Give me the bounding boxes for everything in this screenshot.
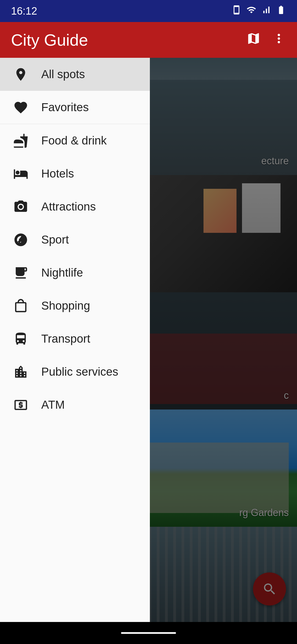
sport-icon [11, 230, 30, 249]
sidebar-item-sport[interactable]: Sport [0, 223, 150, 256]
sidebar-item-favorites-label: Favorites [41, 101, 89, 114]
sidebar-item-shopping[interactable]: Shopping [0, 289, 150, 322]
sidebar-item-nightlife[interactable]: Nightlife [0, 256, 150, 289]
food-icon [11, 131, 30, 150]
sidebar-item-hotels[interactable]: Hotels [0, 157, 150, 190]
camera-icon [11, 197, 30, 216]
wifi-icon [246, 5, 256, 17]
app-title: City Guide [11, 31, 246, 50]
nightlife-icon [11, 263, 30, 282]
sidebar-item-hotels-label: Hotels [41, 167, 74, 180]
shopping-icon [11, 296, 30, 315]
sidebar-item-attractions-label: Attractions [41, 200, 96, 213]
status-time: 16:12 [11, 5, 37, 17]
sidebar-item-food-drink[interactable]: Food & drink [0, 124, 150, 157]
sidebar-item-sport-label: Sport [41, 233, 69, 246]
public-icon [11, 362, 30, 381]
hotel-icon [11, 164, 30, 183]
sidebar-item-food-drink-label: Food & drink [41, 134, 107, 147]
heart-icon [11, 98, 30, 117]
atm-icon [11, 395, 30, 414]
sidebar-item-attractions[interactable]: Attractions [0, 190, 150, 223]
location-icon [11, 65, 30, 84]
map-icon[interactable] [246, 31, 261, 49]
signal-icon [261, 5, 271, 17]
sidebar-item-public-services-label: Public services [41, 365, 118, 378]
status-bar: 16:12 [0, 0, 297, 22]
toolbar-actions [246, 31, 286, 49]
status-icons [232, 5, 286, 17]
sidebar-item-shopping-label: Shopping [41, 299, 90, 312]
drawer-scrim[interactable] [150, 58, 297, 644]
sidebar-item-public-services[interactable]: Public services [0, 355, 150, 388]
sidebar-item-all-spots[interactable]: All spots [0, 58, 150, 91]
navigation-bar [0, 622, 297, 644]
more-icon[interactable] [272, 31, 286, 49]
navigation-drawer: All spots Favorites Food & drink Hotels … [0, 58, 150, 644]
sim-icon [232, 5, 241, 17]
nav-indicator [121, 632, 176, 634]
sidebar-item-favorites[interactable]: Favorites [0, 91, 150, 124]
sidebar-item-transport[interactable]: Transport [0, 322, 150, 355]
sidebar-item-transport-label: Transport [41, 332, 90, 345]
battery-icon [276, 5, 286, 17]
transport-icon [11, 329, 30, 348]
sidebar-item-nightlife-label: Nightlife [41, 266, 83, 279]
toolbar: City Guide [0, 22, 297, 58]
sidebar-item-atm[interactable]: ATM [0, 388, 150, 421]
sidebar-item-all-spots-label: All spots [41, 68, 85, 81]
sidebar-item-atm-label: ATM [41, 398, 65, 411]
